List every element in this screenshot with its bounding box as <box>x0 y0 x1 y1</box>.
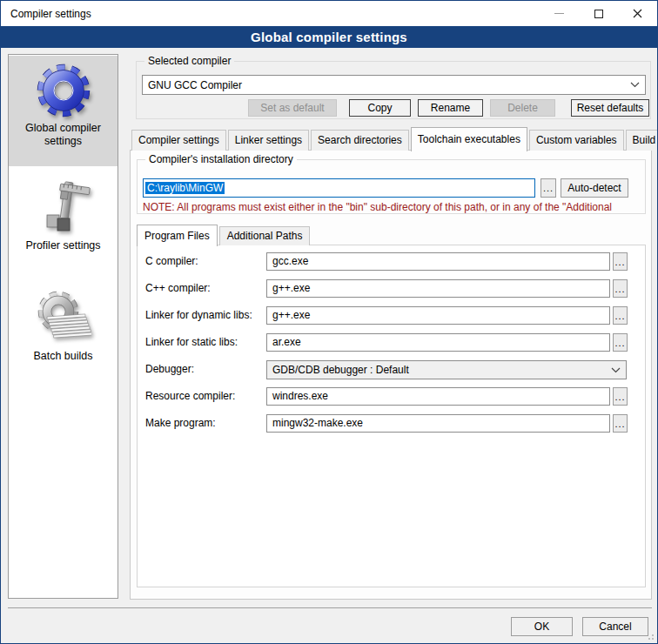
resource-compiler-browse-button[interactable]: ... <box>613 387 628 406</box>
make-program-label: Make program: <box>145 417 216 429</box>
minimize-icon <box>554 13 564 14</box>
resize-grip[interactable] <box>646 632 655 641</box>
maximize-icon <box>594 10 603 18</box>
delete-button[interactable]: Delete <box>490 99 555 117</box>
resource-compiler-label: Resource compiler: <box>145 390 235 402</box>
close-icon <box>633 9 642 18</box>
tab-toolchain-executables[interactable]: Toolchain executables <box>411 127 527 151</box>
chevron-down-icon <box>630 82 640 88</box>
sidebar: Global compiler settings <box>8 54 118 599</box>
chevron-down-icon <box>611 367 621 373</box>
cpp-compiler-value: g++.exe <box>272 282 310 294</box>
dialog-header: Global compiler settings <box>1 26 657 48</box>
compiler-select[interactable]: GNU GCC Compiler <box>142 75 646 95</box>
static-linker-value: ar.exe <box>272 336 301 348</box>
make-program-value: mingw32-make.exe <box>272 417 363 429</box>
installation-directory-value: C:\raylib\MinGW <box>145 182 225 194</box>
auto-detect-button[interactable]: Auto-detect <box>561 178 628 198</box>
c-compiler-input[interactable]: gcc.exe <box>266 252 610 271</box>
dynamic-linker-value: g++.exe <box>272 309 310 321</box>
static-linker-label: Linker for static libs: <box>145 336 238 348</box>
debugger-label: Debugger: <box>145 363 194 375</box>
resource-compiler-input[interactable]: windres.exe <box>266 387 610 406</box>
static-linker-input[interactable]: ar.exe <box>266 333 610 352</box>
dialog-header-title: Global compiler settings <box>251 30 407 44</box>
selected-compiler-group-label: Selected compiler <box>144 55 234 67</box>
sub-tabstrip: Program Files Additional Paths <box>137 225 312 245</box>
sidebar-item-label: Profiler settings <box>9 236 118 261</box>
note-text: NOTE: All programs must exist either in … <box>143 201 645 213</box>
rename-button[interactable]: Rename <box>418 99 483 117</box>
debugger-select[interactable]: GDB/CDB debugger : Default <box>266 360 627 379</box>
dynamic-linker-label: Linker for dynamic libs: <box>145 309 252 321</box>
sidebar-item-global-compiler-settings[interactable]: Global compiler settings <box>9 56 118 166</box>
tab-search-directories[interactable]: Search directories <box>311 130 409 151</box>
main-tabstrip: Compiler settings Linker settings Search… <box>131 129 658 151</box>
footer-divider <box>8 607 652 608</box>
subtab-program-files[interactable]: Program Files <box>137 225 218 246</box>
tab-build-options[interactable]: Build <box>626 130 658 151</box>
tab-custom-variables[interactable]: Custom variables <box>529 130 624 151</box>
dynamic-linker-input[interactable]: g++.exe <box>266 306 610 325</box>
make-program-browse-button[interactable]: ... <box>613 414 628 433</box>
cpp-compiler-browse-button[interactable]: ... <box>613 279 628 298</box>
tab-compiler-settings[interactable]: Compiler settings <box>131 130 226 151</box>
dialog-body: Global compiler settings <box>1 48 657 643</box>
make-program-input[interactable]: mingw32-make.exe <box>266 414 610 433</box>
sidebar-item-label: Batch builds <box>9 346 118 372</box>
minimize-button[interactable] <box>540 1 579 26</box>
c-compiler-browse-button[interactable]: ... <box>613 252 628 271</box>
sidebar-item-profiler-settings[interactable]: Profiler settings <box>9 173 118 261</box>
c-compiler-label: C compiler: <box>145 255 198 267</box>
titlebar: Compiler settings <box>1 1 657 26</box>
gray-gear-papers-icon <box>36 291 91 346</box>
compiler-settings-dialog: Compiler settings Global compiler settin… <box>0 0 658 644</box>
cancel-button[interactable]: Cancel <box>582 617 648 636</box>
installation-directory-input[interactable]: C:\raylib\MinGW <box>143 178 535 198</box>
cpp-compiler-label: C++ compiler: <box>145 282 211 294</box>
compiler-select-value: GNU GCC Compiler <box>148 79 242 91</box>
caliper-icon <box>36 180 91 236</box>
reset-defaults-button[interactable]: Reset defaults <box>571 99 649 117</box>
copy-button[interactable]: Copy <box>349 99 411 117</box>
installation-directory-group-label: Compiler's installation directory <box>145 153 297 165</box>
debugger-value: GDB/CDB debugger : Default <box>272 364 409 376</box>
sidebar-item-label: Global compiler settings <box>9 118 118 157</box>
titlebar-buttons <box>540 1 657 26</box>
maximize-button[interactable] <box>579 1 618 26</box>
set-as-default-button[interactable]: Set as default <box>248 99 337 117</box>
dynamic-linker-browse-button[interactable]: ... <box>613 306 628 325</box>
close-button[interactable] <box>618 1 657 26</box>
sidebar-item-batch-builds[interactable]: Batch builds <box>9 284 118 372</box>
resource-compiler-value: windres.exe <box>272 390 328 402</box>
installation-directory-browse-button[interactable]: ... <box>540 178 556 198</box>
blue-gear-icon <box>36 63 91 118</box>
c-compiler-value: gcc.exe <box>272 255 308 267</box>
subtab-additional-paths[interactable]: Additional Paths <box>219 226 311 245</box>
static-linker-browse-button[interactable]: ... <box>613 333 628 352</box>
cpp-compiler-input[interactable]: g++.exe <box>266 279 610 298</box>
ok-button[interactable]: OK <box>511 617 573 636</box>
window-title: Compiler settings <box>1 8 91 20</box>
tab-linker-settings[interactable]: Linker settings <box>228 130 309 151</box>
